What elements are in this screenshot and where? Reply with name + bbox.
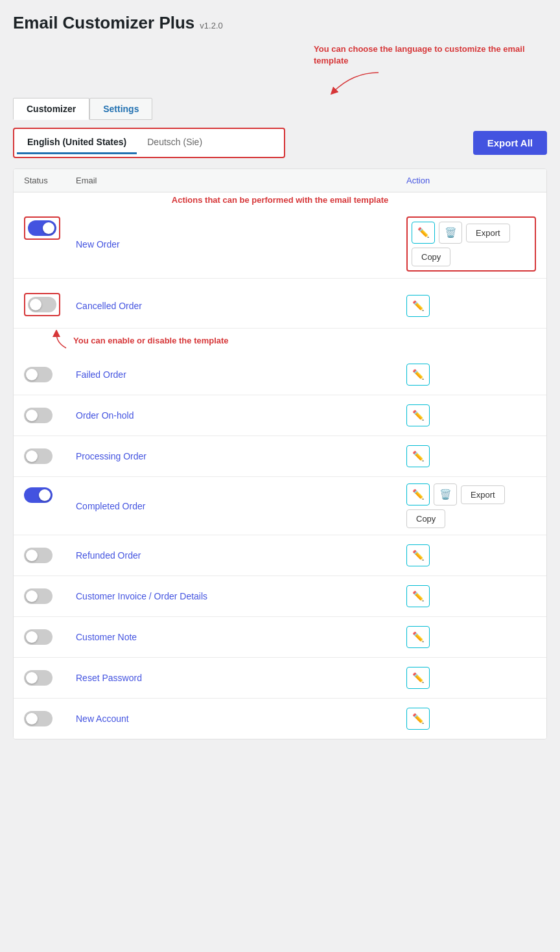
customer-invoice-toggle[interactable] [24,588,52,604]
reset-password-label: Reset Password [76,673,406,683]
completed-order-edit-button[interactable]: ✏️ [406,483,430,505]
language-annotation-arrow [314,69,391,95]
toggle-annotation-row [14,279,546,284]
new-order-delete-button[interactable]: 🗑️ [439,222,462,244]
col-action: Action [406,176,536,185]
tab-settings[interactable]: Settings [89,98,152,120]
table-row: New Order ✏️ 🗑️ Export Copy [14,210,546,279]
failed-order-toggle[interactable] [24,367,52,382]
completed-order-copy-button[interactable]: Copy [406,509,445,528]
refunded-order-label: Refunded Order [76,550,406,561]
version-badge: v1.2.0 [200,21,222,30]
email-table: Status Email Action Actions that can be … [13,168,547,739]
completed-order-actions: ✏️ 🗑️ Export Copy [406,483,536,528]
new-account-toggle[interactable] [24,711,52,726]
cancelled-order-label: Cancelled Order [76,301,406,311]
toggle-annotation-block: You can enable or disable the template [14,329,546,354]
header-row: English (United States) Deutsch (Sie) Ex… [13,120,547,158]
table-header: Status Email Action [14,169,546,192]
cancelled-order-actions: ✏️ [406,295,536,317]
table-row: Cancelled Order ✏️ [14,284,546,329]
table-row: Reset Password ✏️ [14,658,546,699]
refunded-order-toggle[interactable] [24,548,52,563]
new-order-edit-button[interactable]: ✏️ [412,222,435,244]
pencil-icon: ✏️ [412,489,425,500]
table-row: Customer Invoice / Order Details ✏️ [14,576,546,617]
trash-icon: 🗑️ [439,489,452,500]
page-header: Email Customizer Plus v1.2.0 [13,13,547,33]
tab-customizer[interactable]: Customizer [13,98,89,120]
customer-invoice-label: Customer Invoice / Order Details [76,591,406,601]
completed-order-toggle[interactable] [24,487,52,503]
toggle-annotation-text: You can enable or disable the template [73,335,229,347]
table-row: Failed Order ✏️ [14,354,546,395]
order-onhold-toggle[interactable] [24,408,52,423]
table-row: Customer Note ✏️ [14,617,546,658]
pencil-icon: ✏️ [412,713,425,725]
completed-order-label: Completed Order [76,501,406,511]
trash-icon: 🗑️ [445,227,457,238]
pencil-icon: ✏️ [412,450,425,462]
cancelled-order-toggle[interactable] [28,297,56,312]
reset-password-actions: ✏️ [406,667,536,689]
processing-order-edit-button[interactable]: ✏️ [406,445,430,467]
customer-invoice-edit-button[interactable]: ✏️ [406,585,430,607]
completed-order-delete-button[interactable]: 🗑️ [434,483,457,505]
refunded-order-actions: ✏️ [406,544,536,566]
new-order-copy-button[interactable]: Copy [412,248,450,266]
pencil-icon: ✏️ [412,369,425,380]
processing-order-label: Processing Order [76,451,406,461]
reset-password-edit-button[interactable]: ✏️ [406,667,430,689]
new-order-label: New Order [76,239,406,250]
page-title: Email Customizer Plus [13,13,194,33]
reset-password-toggle[interactable] [24,670,52,686]
refunded-order-edit-button[interactable]: ✏️ [406,544,430,566]
pencil-icon: ✏️ [412,631,425,643]
col-status: Status [24,176,76,185]
failed-order-label: Failed Order [76,369,406,380]
customer-note-actions: ✏️ [406,626,536,648]
new-order-toggle[interactable] [28,220,56,236]
export-all-button[interactable]: Export All [473,131,547,155]
order-onhold-label: Order On-hold [76,410,406,421]
pencil-icon: ✏️ [412,410,425,421]
new-order-actions: ✏️ 🗑️ Export Copy [406,216,536,272]
col-email: Email [76,176,406,185]
pencil-icon: ✏️ [412,590,425,602]
customer-note-edit-button[interactable]: ✏️ [406,626,430,648]
pencil-icon: ✏️ [417,227,430,238]
table-row: Processing Order ✏️ [14,436,546,477]
new-account-label: New Account [76,714,406,724]
customer-invoice-actions: ✏️ [406,585,536,607]
pencil-icon: ✏️ [412,300,425,312]
table-row: Refunded Order ✏️ [14,535,546,576]
new-order-export-button[interactable]: Export [466,224,510,242]
failed-order-edit-button[interactable]: ✏️ [406,364,430,386]
page-container: Email Customizer Plus v1.2.0 You can cho… [13,13,547,739]
toggle-annotation-arrow [50,330,69,349]
language-annotation: You can choose the language to customize… [314,43,534,67]
lang-tab-english[interactable]: English (United States) [17,132,137,154]
cancelled-order-edit-button[interactable]: ✏️ [406,295,430,317]
new-account-edit-button[interactable]: ✏️ [406,708,430,730]
new-order-toggle-wrapper [24,216,76,242]
lang-tab-deutsch[interactable]: Deutsch (Sie) [137,132,213,154]
order-onhold-actions: ✏️ [406,404,536,426]
actions-annotation: Actions that can be performed with the e… [14,192,546,210]
customer-note-toggle[interactable] [24,629,52,645]
failed-order-actions: ✏️ [406,364,536,386]
table-row: Order On-hold ✏️ [14,395,546,436]
new-account-actions: ✏️ [406,708,536,730]
table-row: New Account ✏️ [14,699,546,739]
nav-tabs: Customizer Settings [13,98,547,120]
processing-order-actions: ✏️ [406,445,536,467]
order-onhold-edit-button[interactable]: ✏️ [406,404,430,426]
pencil-icon: ✏️ [412,672,425,684]
completed-order-export-button[interactable]: Export [461,485,505,504]
processing-order-toggle[interactable] [24,448,52,464]
customer-note-label: Customer Note [76,632,406,642]
language-tabs: English (United States) Deutsch (Sie) [13,128,285,158]
pencil-icon: ✏️ [412,550,425,561]
table-row: Completed Order ✏️ 🗑️ Export Copy [14,477,546,535]
